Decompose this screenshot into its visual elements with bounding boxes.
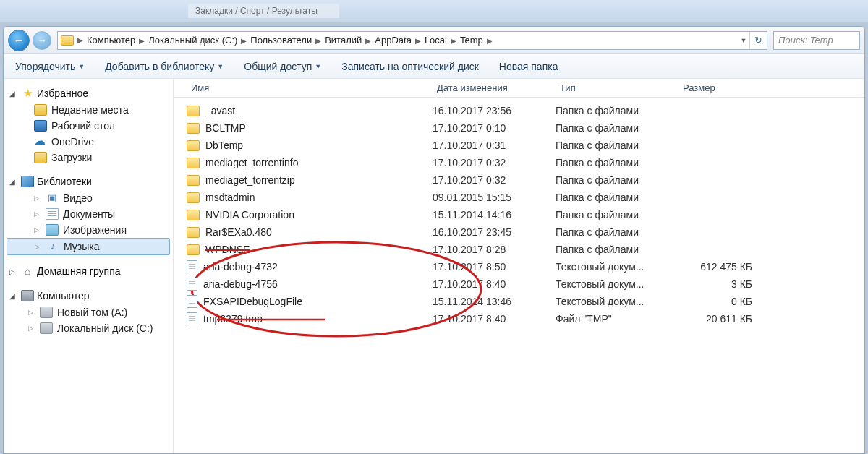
file-icon xyxy=(187,312,197,325)
file-name: aria-debug-4732 xyxy=(203,261,278,273)
computer-group[interactable]: ◢Компьютер xyxy=(4,287,173,304)
chevron-right-icon[interactable]: ▶ xyxy=(414,37,422,45)
star-icon: ★ xyxy=(21,87,34,99)
file-list-pane: Имя Дата изменения Тип Размер _avast_16.… xyxy=(174,79,864,453)
sidebar-item-documents[interactable]: ▷Документы xyxy=(4,206,173,222)
file-type: Текстовый докум... xyxy=(556,278,678,290)
chevron-right-icon[interactable]: ▶ xyxy=(315,37,322,45)
sidebar-item-drive-c[interactable]: ▷Локальный диск (C:) xyxy=(4,320,173,336)
sidebar-item-downloads[interactable]: Загрузки xyxy=(4,150,173,166)
desktop-icon xyxy=(34,120,47,132)
file-date: 15.11.2014 13:46 xyxy=(433,296,556,307)
share-menu[interactable]: Общий доступ▼ xyxy=(244,61,321,72)
file-date: 17.10.2017 8:40 xyxy=(433,278,556,290)
refresh-icon: ↻ xyxy=(754,35,762,46)
file-row[interactable]: aria-debug-475617.10.2017 8:40Текстовый … xyxy=(187,275,864,293)
breadcrumb-segment[interactable]: Компьютер xyxy=(84,35,138,46)
file-type: Текстовый докум... xyxy=(556,261,678,273)
file-row[interactable]: msdtadmin09.01.2015 15:15Папка с файлами xyxy=(187,189,864,206)
file-name: mediaget_torrentinfo xyxy=(205,157,298,168)
refresh-button[interactable]: ↻ xyxy=(749,32,767,49)
chevron-down-icon: ▼ xyxy=(217,63,224,70)
file-name: NVIDIA Corporation xyxy=(205,209,294,220)
file-date: 17.10.2017 8:40 xyxy=(433,313,556,325)
file-row[interactable]: _avast_16.10.2017 23:56Папка с файлами xyxy=(187,102,864,119)
file-type: Папка с файлами xyxy=(556,157,678,168)
caret-right-icon: ▷ xyxy=(34,226,41,234)
sidebar-item-recent[interactable]: Недавние места xyxy=(4,102,173,118)
file-type: Папка с файлами xyxy=(556,105,678,116)
file-date: 15.11.2014 14:16 xyxy=(433,209,556,220)
back-button[interactable]: ← xyxy=(8,30,30,51)
breadcrumb-segment[interactable]: Local xyxy=(422,35,450,46)
chevron-right-icon[interactable]: ▶ xyxy=(365,37,372,45)
libraries-group[interactable]: ◢Библиотеки xyxy=(4,173,173,190)
caret-down-icon: ◢ xyxy=(9,292,18,300)
caret-right-icon: ▷ xyxy=(28,325,35,332)
sidebar-item-music[interactable]: ▷♪Музыка xyxy=(7,238,170,255)
sidebar-item-drive-a[interactable]: ▷Новый том (A:) xyxy=(4,304,173,320)
breadcrumb-segment[interactable]: Локальный диск (C:) xyxy=(145,35,240,46)
file-name: mediaget_torrentzip xyxy=(205,174,295,186)
file-date: 16.10.2017 23:45 xyxy=(433,226,556,238)
column-header-date[interactable]: Дата изменения xyxy=(433,82,556,93)
file-row[interactable]: mediaget_torrentinfo17.10.2017 0:32Папка… xyxy=(187,154,864,171)
homegroup-group[interactable]: ▷⌂Домашняя группа xyxy=(4,262,173,280)
sidebar-item-video[interactable]: ▷▣Видео xyxy=(4,190,173,206)
file-name: tmp6279.tmp xyxy=(203,313,263,325)
downloads-icon xyxy=(34,152,47,163)
file-type: Папка с файлами xyxy=(556,226,678,238)
chevron-right-icon[interactable]: ▶ xyxy=(138,37,145,45)
sidebar-item-onedrive[interactable]: ☁OneDrive xyxy=(4,134,173,150)
cloud-icon: ☁ xyxy=(34,136,47,147)
organize-menu[interactable]: Упорядочить▼ xyxy=(15,61,85,72)
chevron-down-icon: ▼ xyxy=(315,63,321,70)
file-name: BCLTMP xyxy=(205,122,246,134)
burn-button[interactable]: Записать на оптический диск xyxy=(341,61,479,72)
column-header-name[interactable]: Имя xyxy=(187,82,433,93)
toolbar: Упорядочить▼ Добавить в библиотеку▼ Общи… xyxy=(4,54,864,79)
file-row[interactable]: Rar$EXa0.48016.10.2017 23:45Папка с файл… xyxy=(187,223,864,241)
column-header-type[interactable]: Тип xyxy=(556,82,678,93)
breadcrumb-segment[interactable]: Temp xyxy=(457,35,486,46)
add-to-library-menu[interactable]: Добавить в библиотеку▼ xyxy=(105,61,224,72)
search-input[interactable]: Поиск: Temp xyxy=(773,31,860,50)
breadcrumb-segment[interactable]: AppData xyxy=(372,35,414,46)
music-icon: ♪ xyxy=(46,241,59,252)
chevron-right-icon[interactable]: ▶ xyxy=(486,37,493,45)
forward-button[interactable]: → xyxy=(33,31,51,50)
folder-icon xyxy=(187,123,200,134)
address-bar[interactable]: ▶ Компьютер▶Локальный диск (C:)▶Пользова… xyxy=(57,31,767,50)
chevron-right-icon[interactable]: ▶ xyxy=(450,37,457,45)
file-name: _avast_ xyxy=(205,105,241,116)
file-icon xyxy=(187,260,197,273)
file-row[interactable]: DbTemp17.10.2017 0:31Папка с файлами xyxy=(187,137,864,154)
chevron-right-icon[interactable]: ▶ xyxy=(77,36,84,44)
file-row[interactable]: aria-debug-473217.10.2017 8:50Текстовый … xyxy=(187,258,864,275)
breadcrumb-segment[interactable]: Виталий xyxy=(322,35,365,46)
file-date: 17.10.2017 0:31 xyxy=(433,140,556,151)
file-row[interactable]: mediaget_torrentzip17.10.2017 0:32Папка … xyxy=(187,171,864,189)
libraries-icon xyxy=(21,176,34,187)
file-date: 09.01.2015 15:15 xyxy=(433,192,556,203)
sidebar-item-desktop[interactable]: Рабочий стол xyxy=(4,118,173,134)
address-dropdown-icon[interactable]: ▼ xyxy=(738,37,749,44)
file-row[interactable]: NVIDIA Corporation15.11.2014 14:16Папка … xyxy=(187,206,864,223)
sidebar-item-pictures[interactable]: ▷Изображения xyxy=(4,222,173,238)
drive-icon xyxy=(40,322,53,334)
file-row[interactable]: WPDNSE17.10.2017 8:28Папка с файлами xyxy=(187,241,864,258)
file-row[interactable]: BCLTMP17.10.2017 0:10Папка с файлами xyxy=(187,119,864,137)
file-name: Rar$EXa0.480 xyxy=(205,226,272,238)
breadcrumb-segment[interactable]: Пользователи xyxy=(247,35,315,46)
chevron-right-icon[interactable]: ▶ xyxy=(240,37,247,45)
column-header-size[interactable]: Размер xyxy=(678,82,773,93)
folder-icon xyxy=(61,35,74,46)
caret-right-icon: ▷ xyxy=(28,309,35,316)
file-row[interactable]: FXSAPIDebugLogFile15.11.2014 13:46Тексто… xyxy=(187,293,864,310)
file-type: Папка с файлами xyxy=(556,140,678,151)
favorites-group[interactable]: ◢★Избранное xyxy=(4,85,173,102)
new-folder-button[interactable]: Новая папка xyxy=(499,61,558,72)
file-row[interactable]: tmp6279.tmp17.10.2017 8:40Файл "TMP"20 6… xyxy=(187,310,864,327)
caret-right-icon: ▷ xyxy=(34,210,41,218)
file-icon xyxy=(187,295,197,308)
